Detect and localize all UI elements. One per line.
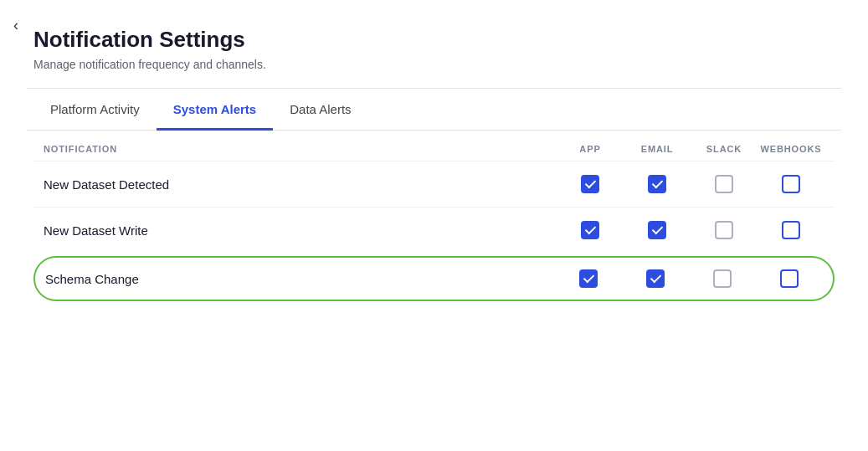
checkbox-app-new-dataset-detected-icon[interactable] (581, 175, 599, 193)
checkbox-webhooks-schema-change[interactable] (756, 269, 823, 288)
row-label-schema-change: Schema Change (45, 272, 555, 286)
checkbox-app-schema-change-icon[interactable] (579, 269, 598, 288)
checkbox-email-new-dataset-detected[interactable] (624, 175, 691, 193)
col-header-app: APP (557, 144, 624, 154)
table-row-new-dataset-write: New Dataset Write (33, 207, 835, 253)
page-title: Notification Settings (33, 27, 841, 53)
checkbox-app-new-dataset-write-icon[interactable] (581, 221, 599, 239)
checkbox-webhooks-new-dataset-detected[interactable] (758, 175, 824, 193)
page-header: Notification Settings Manage notificatio… (27, 23, 841, 71)
checkbox-app-new-dataset-write[interactable] (557, 221, 624, 239)
table-container: NOTIFICATION APP EMAIL SLACK WEBHOOKS Ne… (27, 131, 841, 301)
checkbox-webhooks-new-dataset-write[interactable] (758, 221, 824, 239)
checkbox-slack-schema-change-icon[interactable] (713, 269, 732, 288)
col-header-slack: SLACK (691, 144, 758, 154)
tabs-row: Platform Activity System Alerts Data Ale… (27, 89, 841, 131)
row-label-new-dataset-write: New Dataset Write (44, 223, 557, 238)
checkbox-email-schema-change[interactable] (622, 269, 689, 288)
page-container: ‹ Notification Settings Manage notificat… (0, 0, 868, 301)
tab-data-alerts[interactable]: Data Alerts (273, 89, 367, 131)
checkbox-email-new-dataset-detected-icon[interactable] (648, 175, 666, 193)
checkbox-email-new-dataset-write-icon[interactable] (648, 221, 666, 239)
checkbox-email-new-dataset-write[interactable] (624, 221, 691, 239)
row-label-new-dataset-detected: New Dataset Detected (44, 177, 557, 192)
checkbox-webhooks-new-dataset-detected-icon[interactable] (782, 175, 800, 193)
table-header-row: NOTIFICATION APP EMAIL SLACK WEBHOOKS (33, 131, 835, 161)
col-header-webhooks: WEBHOOKS (758, 144, 824, 154)
tab-platform-activity[interactable]: Platform Activity (33, 89, 157, 131)
checkbox-slack-schema-change[interactable] (689, 269, 756, 288)
checkbox-email-schema-change-icon[interactable] (646, 269, 665, 288)
checkbox-slack-new-dataset-detected[interactable] (691, 175, 758, 193)
back-button[interactable]: ‹ (7, 13, 25, 38)
checkbox-slack-new-dataset-write[interactable] (691, 221, 758, 239)
checkbox-slack-new-dataset-detected-icon[interactable] (715, 175, 733, 193)
tab-system-alerts[interactable]: System Alerts (157, 89, 274, 131)
page-subtitle: Manage notification frequency and channe… (33, 58, 841, 71)
checkbox-slack-new-dataset-write-icon[interactable] (715, 221, 733, 239)
checkbox-app-schema-change[interactable] (555, 269, 622, 288)
checkbox-webhooks-new-dataset-write-icon[interactable] (782, 221, 800, 239)
checkbox-app-new-dataset-detected[interactable] (557, 175, 624, 193)
table-row-new-dataset-detected: New Dataset Detected (33, 161, 835, 207)
table-row-schema-change: Schema Change (33, 256, 835, 301)
col-header-email: EMAIL (624, 144, 691, 154)
col-header-notification: NOTIFICATION (44, 144, 557, 154)
checkbox-webhooks-schema-change-icon[interactable] (780, 269, 799, 288)
